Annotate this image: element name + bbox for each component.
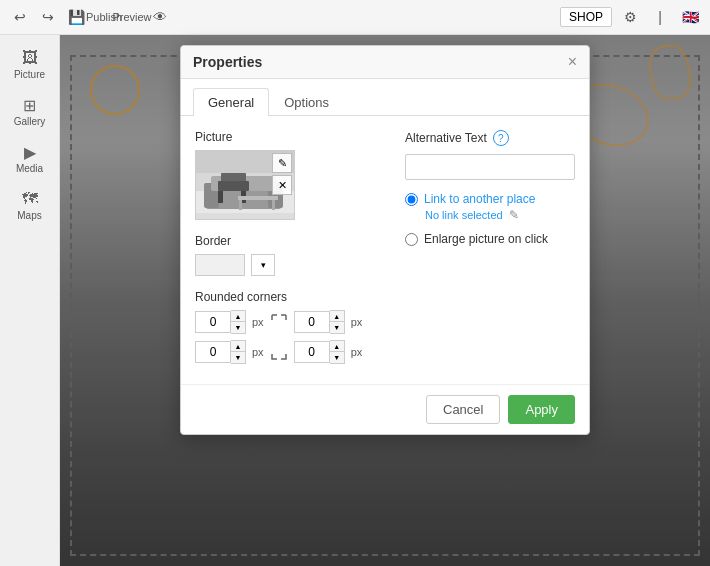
enlarge-radio-row: Enlarge picture on click <box>405 232 575 246</box>
corner-bl-up[interactable]: ▲ <box>231 341 245 352</box>
properties-dialog: Properties × General Options Picture <box>180 45 590 435</box>
corners-grid: ▲ ▼ px <box>195 310 385 364</box>
sidebar-item-label: Maps <box>17 210 41 221</box>
toolbar-right: SHOP ⚙ | 🇬🇧 <box>560 5 702 29</box>
dialog-footer: Cancel Apply <box>181 384 589 434</box>
preview-button[interactable]: Preview <box>120 5 144 29</box>
tab-options[interactable]: Options <box>269 88 344 116</box>
picture-label: Picture <box>195 130 385 144</box>
border-label: Border <box>195 234 385 248</box>
corner-tl-up[interactable]: ▲ <box>231 311 245 322</box>
sidebar-item-label: Media <box>16 163 43 174</box>
edit-pencil-icon: ✎ <box>278 157 287 170</box>
svg-rect-11 <box>239 200 242 210</box>
top-corners-icon <box>270 313 288 331</box>
alt-text-input[interactable] <box>405 154 575 180</box>
corner-br-down[interactable]: ▼ <box>330 352 344 363</box>
svg-rect-7 <box>218 181 249 191</box>
alt-text-help-icon[interactable]: ? <box>493 130 509 146</box>
link-radio-row: Link to another place <box>405 192 575 206</box>
no-link-text[interactable]: No link selected <box>425 209 503 221</box>
sidebar-item-gallery[interactable]: ⊞ Gallery <box>5 90 55 131</box>
eye-icon[interactable]: 👁 <box>148 5 172 29</box>
settings-icon[interactable]: ⚙ <box>618 5 642 29</box>
picture-icon: 🖼 <box>16 47 44 69</box>
corner-tr-up[interactable]: ▲ <box>330 311 344 322</box>
corner-bl-down[interactable]: ▼ <box>231 352 245 363</box>
apply-button[interactable]: Apply <box>508 395 575 424</box>
media-icon: ▶ <box>16 141 44 163</box>
corner-br-input-group: ▲ ▼ <box>294 340 345 364</box>
sidebar-item-label: Gallery <box>14 116 46 127</box>
dialog-close-button[interactable]: × <box>568 54 577 70</box>
corner-br-input[interactable] <box>294 341 330 363</box>
shop-button[interactable]: SHOP <box>560 7 612 27</box>
svg-rect-8 <box>218 191 223 203</box>
alt-text-label-row: Alternative Text ? <box>405 130 575 146</box>
flag-icon[interactable]: 🇬🇧 <box>678 5 702 29</box>
rounded-corners-label: Rounded corners <box>195 290 385 304</box>
link-radio-input[interactable] <box>405 193 418 206</box>
px-label-1: px <box>252 316 264 328</box>
corner-br-spinners: ▲ ▼ <box>330 340 345 364</box>
dialog-header: Properties × <box>181 46 589 79</box>
content-row: Picture <box>195 130 575 370</box>
right-column: Alternative Text ? Link to another place <box>405 130 575 370</box>
cancel-button[interactable]: Cancel <box>426 395 500 424</box>
link-radio-label: Link to another place <box>424 192 535 206</box>
border-color-picker[interactable] <box>195 254 245 276</box>
px-label-3: px <box>252 346 264 358</box>
corner-row-bottom: ▲ ▼ px <box>195 340 385 364</box>
corner-tl-spinners: ▲ ▼ <box>231 310 246 334</box>
px-label-4: px <box>351 346 363 358</box>
border-row: ▾ <box>195 254 385 276</box>
corner-row-top: ▲ ▼ px <box>195 310 385 334</box>
enlarge-radio-label: Enlarge picture on click <box>424 232 548 246</box>
sidebar-item-maps[interactable]: 🗺 Maps <box>5 184 55 225</box>
rounded-corners-section: Rounded corners ▲ ▼ <box>195 290 385 364</box>
picture-tools: ✎ ✕ <box>272 153 292 195</box>
corner-bl-input-group: ▲ ▼ <box>195 340 246 364</box>
sidebar-item-media[interactable]: ▶ Media <box>5 137 55 178</box>
corner-bl-input[interactable] <box>195 341 231 363</box>
left-column: Picture <box>195 130 385 370</box>
picture-edit-button[interactable]: ✎ <box>272 153 292 173</box>
dialog-overlay: Properties × General Options Picture <box>60 35 710 566</box>
corner-tr-input-group: ▲ ▼ <box>294 310 345 334</box>
link-section: Link to another place No link selected ✎… <box>405 192 575 246</box>
corner-tl-input-group: ▲ ▼ <box>195 310 246 334</box>
maps-icon: 🗺 <box>16 188 44 210</box>
link-edit-icon[interactable]: ✎ <box>509 208 519 222</box>
dialog-tabs: General Options <box>181 79 589 116</box>
delete-x-icon: ✕ <box>278 179 287 192</box>
question-mark: ? <box>498 133 504 144</box>
dialog-title: Properties <box>193 54 262 70</box>
corner-tl-down[interactable]: ▼ <box>231 322 245 333</box>
bottom-corners-svg <box>271 344 287 360</box>
svg-rect-10 <box>238 196 278 200</box>
corner-tr-input[interactable] <box>294 311 330 333</box>
sidebar-item-label: Picture <box>14 69 45 80</box>
tab-general[interactable]: General <box>193 88 269 116</box>
border-style-dropdown[interactable]: ▾ <box>251 254 275 276</box>
toolbar: ↩ ↪ 💾 Publish Preview 👁 SHOP ⚙ | 🇬🇧 <box>0 0 710 35</box>
border-section: Border ▾ <box>195 234 385 276</box>
top-corners-svg <box>271 314 287 330</box>
corner-tl-input[interactable] <box>195 311 231 333</box>
separator: | <box>648 5 672 29</box>
corner-bl-spinners: ▲ ▼ <box>231 340 246 364</box>
redo-button[interactable]: ↪ <box>36 5 60 29</box>
gallery-icon: ⊞ <box>16 94 44 116</box>
enlarge-radio-input[interactable] <box>405 233 418 246</box>
alt-text-label: Alternative Text <box>405 131 487 145</box>
dialog-body: Picture <box>181 116 589 384</box>
save-icon[interactable]: 💾 <box>64 5 88 29</box>
corner-br-up[interactable]: ▲ <box>330 341 344 352</box>
undo-button[interactable]: ↩ <box>8 5 32 29</box>
sidebar-item-picture[interactable]: 🖼 Picture <box>5 43 55 84</box>
picture-delete-button[interactable]: ✕ <box>272 175 292 195</box>
svg-rect-12 <box>272 200 275 210</box>
corner-tr-down[interactable]: ▼ <box>330 322 344 333</box>
corner-tr-spinners: ▲ ▼ <box>330 310 345 334</box>
bottom-corners-icon <box>270 343 288 361</box>
